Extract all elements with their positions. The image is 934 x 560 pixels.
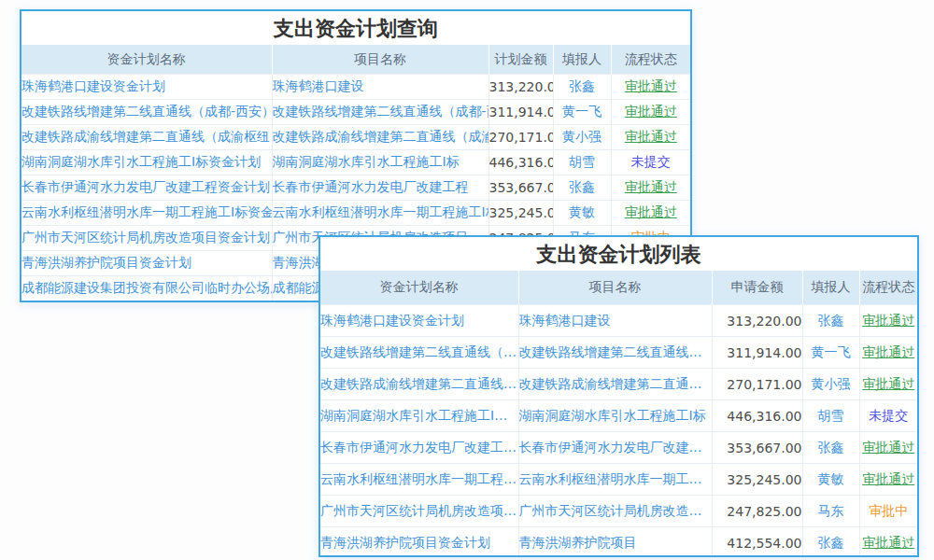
project-name-link[interactable]: 云南水利枢纽潜明水库一期工程施工I标 [518, 464, 712, 496]
project-name-link[interactable]: 广州市天河区统计局机房改造项目 [518, 496, 712, 527]
amount-cell: 247,825.00 [712, 496, 802, 527]
amount-cell: 313,220.00 [488, 75, 553, 100]
plan-name-link[interactable]: 广州市天河区统计局机房改造项目资金计划 [320, 496, 518, 527]
plan-name-link[interactable]: 长春市伊通河水力发电厂改建工程资金计划 [320, 432, 518, 464]
reporter-link[interactable]: 黄小强 [553, 125, 611, 150]
table-row: 改建铁路线增建第二线直通线（成都-西安）电力改建铁路线增建第二线直通线（成都-西… [320, 337, 917, 369]
status-link[interactable]: 审批通过 [859, 527, 917, 558]
table-row: 湖南洞庭湖水库引水工程施工I标资金计划湖南洞庭湖水库引水工程施工I标446,31… [320, 400, 917, 432]
status-link[interactable]: 审批通过 [611, 175, 690, 201]
list-panel-title: 支出资金计划列表 [320, 237, 917, 271]
table-row: 珠海鹤港口建设资金计划珠海鹤港口建设313,220.00张鑫审批通过 [21, 75, 690, 100]
project-name-link[interactable]: 改建铁路线增建第二线直通线（成都-西安） [518, 337, 712, 369]
amount-cell: 311,914.00 [712, 337, 802, 369]
reporter-link[interactable]: 黄一飞 [802, 337, 859, 369]
status-link[interactable]: 审批中 [859, 496, 917, 527]
reporter-link[interactable]: 黄敏 [802, 464, 859, 496]
plan-name-link[interactable]: 云南水利枢纽潜明水库一期工程施工I标资金计划 [21, 201, 272, 226]
amount-cell: 325,245.00 [712, 464, 802, 496]
plan-name-link[interactable]: 珠海鹤港口建设资金计划 [320, 305, 518, 337]
table-row: 珠海鹤港口建设资金计划珠海鹤港口建设313,220.00张鑫审批通过 [320, 305, 917, 337]
plan-name-link[interactable]: 珠海鹤港口建设资金计划 [21, 75, 272, 100]
amount-cell: 353,667.00 [488, 175, 553, 201]
status-link[interactable]: 审批通过 [859, 305, 917, 337]
amount-cell: 270,171.00 [712, 369, 802, 400]
plan-name-link[interactable]: 改建铁路成渝线增建第二直通线（成渝枢纽）电力 [21, 125, 272, 150]
project-name-link[interactable]: 长春市伊通河水力发电厂改建工程 [518, 432, 712, 464]
column-header: 填报人 [802, 271, 859, 305]
plan-name-link[interactable]: 改建铁路线增建第二线直通线（成都-西安）电力 [21, 100, 272, 125]
query-panel-title: 支出资金计划查询 [21, 11, 690, 45]
project-name-link[interactable]: 湖南洞庭湖水库引水工程施工I标 [518, 400, 712, 432]
status-link[interactable]: 审批通过 [611, 100, 690, 125]
project-name-link[interactable]: 改建铁路成渝线增建第二直通线（成渝枢纽） [518, 369, 712, 400]
reporter-link[interactable]: 张鑫 [553, 175, 611, 201]
table-row: 改建铁路成渝线增建第二直通线（成渝枢纽）电力改建铁路成渝线增建第二直通线（成渝枢… [320, 369, 917, 400]
status-link[interactable]: 审批通过 [611, 201, 690, 226]
reporter-link[interactable]: 马东 [802, 496, 859, 527]
plan-name-link[interactable]: 改建铁路成渝线增建第二直通线（成渝枢纽）电力 [320, 369, 518, 400]
amount-cell: 353,667.00 [712, 432, 802, 464]
table-row: 广州市天河区统计局机房改造项目资金计划广州市天河区统计局机房改造项目247,82… [320, 496, 917, 527]
plan-name-link[interactable]: 青海洪湖养护院项目资金计划 [320, 527, 518, 558]
project-name-link[interactable]: 珠海鹤港口建设 [272, 75, 488, 100]
column-header: 计划金额 [488, 45, 553, 75]
column-header: 资金计划名称 [320, 271, 518, 305]
amount-cell: 446,316.00 [488, 150, 553, 175]
plan-name-link[interactable]: 青海洪湖养护院项目资金计划 [21, 251, 272, 276]
column-header: 项目名称 [518, 271, 712, 305]
project-name-link[interactable]: 湖南洞庭湖水库引水工程施工I标 [272, 150, 488, 175]
screen: 支出资金计划查询 资金计划名称项目名称计划金额填报人流程状态 珠海鹤港口建设资金… [0, 0, 934, 560]
plan-name-link[interactable]: 成都能源建设集团投资有限公司临时办公场所装 [21, 276, 272, 301]
status-link[interactable]: 未提交 [859, 400, 917, 432]
reporter-link[interactable]: 黄敏 [553, 201, 611, 226]
plan-name-link[interactable]: 云南水利枢纽潜明水库一期工程施工I标资金计划 [320, 464, 518, 496]
plan-name-link[interactable]: 长春市伊通河水力发电厂改建工程资金计划 [21, 175, 272, 201]
column-header: 资金计划名称 [21, 45, 272, 75]
amount-cell: 325,245.00 [488, 201, 553, 226]
reporter-link[interactable]: 张鑫 [802, 527, 859, 558]
status-link[interactable]: 审批通过 [859, 432, 917, 464]
list-table-body: 珠海鹤港口建设资金计划珠海鹤港口建设313,220.00张鑫审批通过改建铁路线增… [320, 305, 917, 558]
amount-cell: 412,554.00 [712, 527, 802, 558]
status-link[interactable]: 审批通过 [859, 337, 917, 369]
project-name-link[interactable]: 改建铁路成渝线增建第二直通线（成渝枢纽） [272, 125, 488, 150]
status-link[interactable]: 审批通过 [859, 464, 917, 496]
status-link[interactable]: 审批通过 [611, 125, 690, 150]
reporter-link[interactable]: 胡雪 [553, 150, 611, 175]
reporter-link[interactable]: 胡雪 [802, 400, 859, 432]
list-table-header-row: 资金计划名称项目名称申请金额填报人流程状态 [320, 271, 917, 305]
reporter-link[interactable]: 张鑫 [802, 432, 859, 464]
reporter-link[interactable]: 张鑫 [802, 305, 859, 337]
plan-name-link[interactable]: 湖南洞庭湖水库引水工程施工I标资金计划 [320, 400, 518, 432]
table-row: 云南水利枢纽潜明水库一期工程施工I标资金计划云南水利枢纽潜明水库一期工程施工I标… [21, 201, 690, 226]
status-link[interactable]: 未提交 [611, 150, 690, 175]
amount-cell: 270,171.00 [488, 125, 553, 150]
plan-name-link[interactable]: 广州市天河区统计局机房改造项目资金计划 [21, 226, 272, 251]
amount-cell: 313,220.00 [712, 305, 802, 337]
column-header: 流程状态 [611, 45, 690, 75]
expenditure-plan-list-panel: 支出资金计划列表 资金计划名称项目名称申请金额填报人流程状态 珠海鹤港口建设资金… [318, 235, 919, 557]
status-link[interactable]: 审批通过 [859, 369, 917, 400]
reporter-link[interactable]: 黄小强 [802, 369, 859, 400]
table-row: 改建铁路成渝线增建第二直通线（成渝枢纽）电力改建铁路成渝线增建第二直通线（成渝枢… [21, 125, 690, 150]
amount-cell: 311,914.00 [488, 100, 553, 125]
reporter-link[interactable]: 黄一飞 [553, 100, 611, 125]
reporter-link[interactable]: 张鑫 [553, 75, 611, 100]
table-row: 长春市伊通河水力发电厂改建工程资金计划长春市伊通河水力发电厂改建工程353,66… [320, 432, 917, 464]
table-row: 青海洪湖养护院项目资金计划青海洪湖养护院项目412,554.00张鑫审批通过 [320, 527, 917, 558]
column-header: 申请金额 [712, 271, 802, 305]
plan-name-link[interactable]: 改建铁路线增建第二线直通线（成都-西安）电力 [320, 337, 518, 369]
project-name-link[interactable]: 珠海鹤港口建设 [518, 305, 712, 337]
project-name-link[interactable]: 改建铁路线增建第二线直通线（成都-西安） [272, 100, 488, 125]
column-header: 填报人 [553, 45, 611, 75]
plan-name-link[interactable]: 湖南洞庭湖水库引水工程施工I标资金计划 [21, 150, 272, 175]
table-row: 改建铁路线增建第二线直通线（成都-西安）电力改建铁路线增建第二线直通线（成都-西… [21, 100, 690, 125]
project-name-link[interactable]: 云南水利枢纽潜明水库一期工程施工I标 [272, 201, 488, 226]
table-row: 云南水利枢纽潜明水库一期工程施工I标资金计划云南水利枢纽潜明水库一期工程施工I标… [320, 464, 917, 496]
project-name-link[interactable]: 长春市伊通河水力发电厂改建工程 [272, 175, 488, 201]
status-link[interactable]: 审批通过 [611, 75, 690, 100]
column-header: 流程状态 [859, 271, 917, 305]
column-header: 项目名称 [272, 45, 488, 75]
project-name-link[interactable]: 青海洪湖养护院项目 [518, 527, 712, 558]
